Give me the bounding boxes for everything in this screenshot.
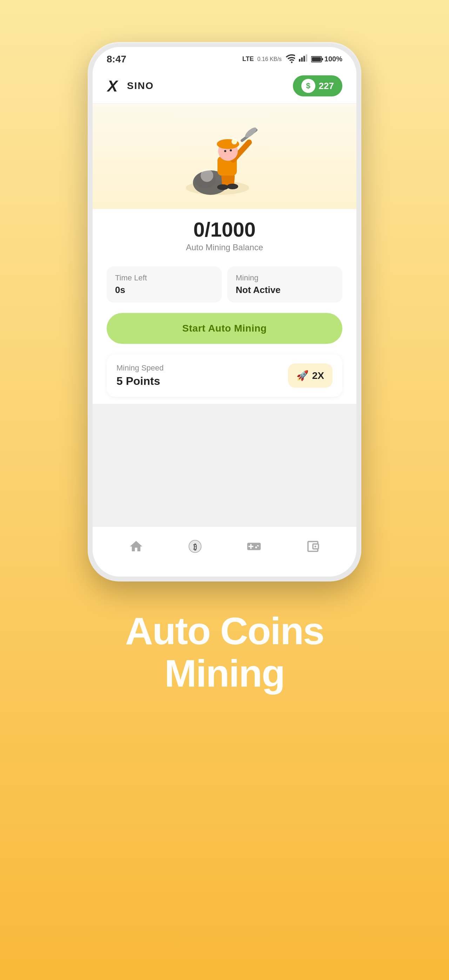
- start-button-wrapper: Start Auto Mining: [93, 310, 356, 354]
- start-mining-button[interactable]: Start Auto Mining: [107, 313, 342, 344]
- home-icon: [127, 537, 145, 555]
- app-header: X SINO $ 227: [93, 68, 356, 104]
- svg-rect-5: [312, 57, 321, 61]
- logo-text: SINO: [127, 80, 153, 91]
- mining-status-value: Not Active: [236, 285, 334, 296]
- speed-value: 5 Points: [117, 375, 164, 388]
- mining-balance-number: 0/1000: [107, 220, 342, 240]
- svg-point-18: [244, 126, 258, 139]
- battery-percent: 100%: [324, 55, 342, 63]
- svg-rect-0: [299, 59, 300, 62]
- status-icons: LTE 0.16 KB/s 100%: [242, 53, 342, 65]
- mining-status-label: Mining: [236, 274, 334, 283]
- svg-rect-2: [304, 56, 305, 62]
- multiplier-badge[interactable]: 🚀 2X: [288, 363, 332, 388]
- speed-card: Mining Speed 5 Points 🚀 2X: [107, 354, 342, 397]
- time-left-card: Time Left 0s: [107, 266, 222, 302]
- mining-illustration: [93, 104, 356, 209]
- svg-point-14: [227, 184, 238, 189]
- mining-balance-label: Auto Mining Balance: [107, 243, 342, 252]
- info-row: Time Left 0s Mining Not Active: [93, 259, 356, 310]
- mining-status-card: Mining Not Active: [227, 266, 342, 302]
- svg-point-25: [233, 140, 236, 143]
- status-bar: 8:47 LTE 0.16 KB/s 100%: [93, 47, 356, 68]
- rocket-icon: 🚀: [296, 370, 309, 381]
- svg-point-13: [217, 185, 228, 190]
- nav-item-games[interactable]: [238, 534, 270, 559]
- dollar-icon: $: [306, 81, 310, 91]
- svg-point-22: [224, 150, 226, 152]
- time-left-label: Time Left: [115, 274, 213, 283]
- balance-amount: 227: [319, 81, 334, 91]
- svg-point-26: [201, 169, 213, 182]
- logo: X SINO: [107, 78, 153, 94]
- dollar-circle: $: [301, 79, 315, 93]
- multiplier-value: 2X: [312, 370, 324, 381]
- svg-text:₿: ₿: [193, 543, 197, 551]
- time-left-value: 0s: [115, 285, 213, 296]
- svg-rect-1: [301, 57, 302, 62]
- svg-point-29: [314, 546, 316, 547]
- nav-item-mining[interactable]: ₿: [179, 534, 211, 559]
- svg-rect-3: [305, 54, 307, 62]
- battery-indicator: 100%: [311, 55, 342, 63]
- miner-svg: [182, 118, 267, 198]
- balance-badge: $ 227: [293, 75, 342, 96]
- tagline-line2: Mining: [125, 652, 324, 694]
- gamepad-icon: [245, 537, 263, 555]
- svg-rect-6: [322, 58, 323, 60]
- app-content: X SINO $ 227: [93, 68, 356, 577]
- speed-info: Mining Speed 5 Points: [117, 363, 164, 388]
- balance-max: 1000: [211, 218, 256, 241]
- tagline-line1: Auto Coins: [125, 609, 324, 652]
- status-time: 8:47: [107, 54, 126, 65]
- lte-icon: LTE: [242, 56, 254, 63]
- svg-point-23: [230, 149, 232, 151]
- wallet-icon: [304, 537, 322, 555]
- phone-screen: 8:47 LTE 0.16 KB/s 100%: [93, 47, 356, 577]
- speed-label: Mining Speed: [117, 363, 164, 372]
- stats-area: 0/1000 Auto Mining Balance: [93, 209, 356, 259]
- svg-text:X: X: [107, 78, 118, 94]
- nav-item-home[interactable]: [120, 534, 152, 559]
- wifi-icon: [285, 53, 295, 65]
- signal-icon: [299, 54, 308, 65]
- logo-icon: X: [107, 78, 125, 94]
- phone-frame: 8:47 LTE 0.16 KB/s 100%: [88, 42, 361, 581]
- bottom-nav: ₿: [93, 527, 356, 577]
- notch: [211, 47, 238, 55]
- tagline: Auto Coins Mining: [125, 609, 324, 694]
- bitcoin-icon: ₿: [186, 537, 204, 555]
- balance-separator: /: [205, 218, 211, 241]
- speed-indicator: 0.16 KB/s: [257, 56, 281, 62]
- balance-current: 0: [193, 218, 205, 241]
- nav-item-wallet[interactable]: [297, 534, 329, 559]
- content-area-empty: [93, 404, 356, 527]
